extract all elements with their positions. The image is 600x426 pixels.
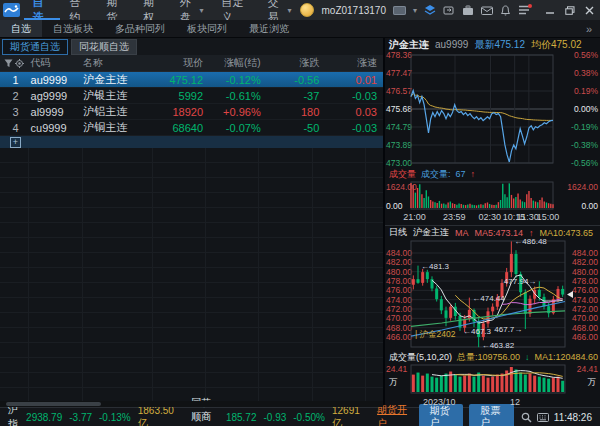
- table-row[interactable]: 4cu9999沪铜主连68640-0.07%-50-0.03: [0, 120, 383, 136]
- add-symbol-row[interactable]: +: [0, 136, 383, 148]
- briefcase-icon[interactable]: [462, 5, 474, 16]
- cell-chg: 180: [267, 106, 326, 118]
- cell-pct: -0.07%: [209, 122, 267, 134]
- table-row[interactable]: 2ag9999沪银主连5992-0.61%-37-0.03: [0, 88, 383, 104]
- header-seg: 成交量(5,10,20): [389, 351, 452, 363]
- menu-tab-期货[interactable]: 期货: [97, 0, 134, 20]
- subtab-多品种同列[interactable]: 多品种同列: [104, 20, 176, 37]
- titlebar: 自选合约期货期权外盘▾自定义交易▾ moZ01713170 ▾: [0, 0, 600, 20]
- notification-dot: [528, 4, 532, 8]
- svg-text:475.68: 475.68: [386, 104, 412, 114]
- header-seg: ↑: [471, 169, 476, 179]
- minute-volume-chart[interactable]: 1624.000.001624.000.00: [385, 180, 600, 211]
- date-label: 2023/10: [423, 397, 456, 407]
- user-avatar[interactable]: [300, 3, 314, 17]
- svg-text:466.00: 466.00: [386, 332, 412, 342]
- refresh-screen-icon[interactable]: [443, 5, 455, 16]
- col-header-code[interactable]: 代码: [27, 56, 83, 70]
- svg-text:万: 万: [389, 377, 398, 387]
- header-seg: 日线: [389, 226, 407, 239]
- svg-text:24.41: 24.41: [577, 364, 599, 374]
- bell-icon[interactable]: [500, 5, 511, 16]
- chart-panel: 沪金主连au9999最新475.12均价475.02 478.360.56%47…: [385, 38, 600, 407]
- index-value: 2938.79: [26, 412, 62, 423]
- header-seg: MA5:473.14: [475, 228, 524, 238]
- horizontal-scrollbar[interactable]: [0, 401, 383, 407]
- svg-text:-0.38%: -0.38%: [571, 140, 598, 150]
- svg-text:473.89: 473.89: [386, 140, 412, 150]
- mail-icon[interactable]: [481, 5, 493, 16]
- scrollbar-thumb[interactable]: [6, 402, 101, 406]
- svg-text:0.00: 0.00: [581, 201, 598, 211]
- subtab-自选板块[interactable]: 自选板块: [42, 20, 104, 37]
- svg-text:-0.56%: -0.56%: [571, 158, 598, 168]
- svg-text:466.00: 466.00: [572, 332, 598, 342]
- settings-gear-icon[interactable]: [15, 59, 24, 68]
- watchlist-tab-同花顺自选[interactable]: 同花顺自选: [71, 39, 137, 55]
- svg-text:0.00%: 0.00%: [574, 104, 599, 114]
- daily-volume-chart[interactable]: 24.41万24.41万: [385, 363, 600, 396]
- cell-pct: -0.12%: [209, 74, 267, 86]
- svg-text:←474.44: ←474.44: [472, 294, 505, 303]
- subtab-自选[interactable]: 自选: [0, 20, 42, 37]
- cell-idx: 1: [0, 74, 28, 86]
- search-icon[interactable]: [521, 412, 532, 423]
- add-symbol-icon[interactable]: +: [10, 137, 21, 148]
- svg-text:477.47: 477.47: [386, 68, 412, 78]
- index-value: -0.13%: [99, 412, 131, 423]
- cell-name: 沪铝主连: [83, 104, 151, 119]
- time-label: 11:30: [517, 212, 539, 222]
- svg-text:0.38%: 0.38%: [574, 68, 599, 78]
- daily-kline-chart[interactable]: 484.00484.00482.00482.00480.00480.00478.…: [385, 239, 600, 351]
- cell-name: 沪铜主连: [83, 120, 151, 135]
- menu-tab-合约[interactable]: 合约: [60, 0, 97, 20]
- svg-text:478.36: 478.36: [386, 51, 412, 60]
- svg-text:24.41: 24.41: [386, 364, 408, 374]
- message-list-icon[interactable]: [518, 5, 530, 15]
- menu-tab-自定义[interactable]: 自定义: [213, 0, 259, 20]
- cell-price: 18920: [151, 106, 209, 118]
- user-menu-chevron-down-icon[interactable]: ▾: [413, 6, 417, 15]
- multi-screen-icon[interactable]: [424, 5, 436, 16]
- cell-speed: -0.03: [325, 122, 383, 134]
- cell-speed: 0.03: [325, 106, 383, 118]
- subtab-板块同列[interactable]: 板块同列: [176, 20, 238, 37]
- header-seg: 成交量:: [421, 168, 451, 180]
- header-seg: MA1:120484.60: [535, 352, 599, 362]
- filter-funnel-icon[interactable]: [4, 59, 13, 68]
- main-menu: 自选合约期货期权外盘▾自定义交易▾: [24, 0, 301, 20]
- username[interactable]: moZ01713170: [321, 5, 386, 16]
- cell-speed: -0.03: [325, 90, 383, 102]
- col-header-price[interactable]: 现价: [151, 56, 209, 70]
- header-seg: ↑: [529, 228, 534, 238]
- subtab-最近浏览[interactable]: 最近浏览: [238, 20, 300, 37]
- cell-price: 475.12: [151, 74, 209, 86]
- header-seg: MA: [455, 228, 469, 238]
- col-header-name[interactable]: 名称: [83, 56, 151, 70]
- watchlist-tab-期货通自选[interactable]: 期货通自选: [2, 39, 68, 55]
- svg-text:0.19%: 0.19%: [574, 86, 599, 96]
- table-row[interactable]: 3al9999沪铝主连18920+0.96%1800.03: [0, 104, 383, 120]
- menu-tab-自选[interactable]: 自选: [24, 0, 61, 20]
- svg-text:476.57: 476.57: [386, 86, 412, 96]
- subtabs-overflow-chevron[interactable]: »: [578, 20, 600, 37]
- col-header-pct[interactable]: 涨幅(结): [209, 56, 267, 70]
- time-label: 02:30: [479, 212, 502, 222]
- svg-text:473.00: 473.00: [386, 158, 412, 168]
- header-seg: au9999: [435, 39, 468, 50]
- keyboard-icon[interactable]: [537, 413, 549, 422]
- cell-name: 沪金主连: [83, 72, 151, 87]
- menu-tab-外盘[interactable]: 外盘▾: [171, 0, 213, 20]
- col-header-chg[interactable]: 涨跌: [267, 56, 326, 70]
- col-header-speed[interactable]: 涨速: [325, 56, 383, 70]
- minimize-button[interactable]: [545, 6, 555, 15]
- minute-chart[interactable]: 478.360.56%477.470.38%476.570.19%475.680…: [385, 51, 600, 168]
- cell-chg: -50: [267, 122, 326, 134]
- table-row[interactable]: 1au9999沪金主连475.12-0.12%-0.560.01: [0, 72, 383, 88]
- close-button[interactable]: [585, 6, 594, 15]
- menu-tab-交易[interactable]: 交易▾: [259, 0, 301, 20]
- index-value: 1863.50亿: [138, 405, 174, 426]
- index-value: -3.77: [69, 412, 92, 423]
- menu-tab-期权[interactable]: 期权: [134, 0, 171, 20]
- restore-window-button[interactable]: [565, 6, 575, 15]
